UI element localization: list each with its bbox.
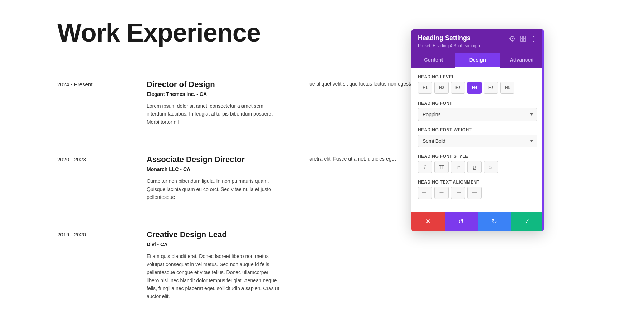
- heading-level-h2[interactable]: H2: [434, 82, 449, 94]
- panel-header: Heading Settings Preset: Heading 4 Subhe…: [411, 29, 544, 53]
- heading-font-weight-label: Heading Font Weight: [418, 127, 537, 132]
- job-company-0: Elegant Themes Inc. - CA: [147, 91, 281, 97]
- heading-text-alignment-label: Heading Text Alignment: [418, 180, 537, 185]
- job-company-1: Monarch LLC - CA: [147, 166, 281, 172]
- svg-rect-6: [521, 36, 523, 38]
- tab-content[interactable]: Content: [411, 53, 455, 68]
- svg-rect-7: [523, 36, 526, 38]
- experience-row-2: 2019 - 2020 Creative Design Lead Divi - …: [57, 219, 444, 318]
- heading-font-style-group: Heading Font Style I TT TT U S: [418, 154, 537, 173]
- svg-rect-8: [521, 39, 523, 41]
- job-desc-right-2: [295, 230, 444, 300]
- tab-advanced[interactable]: Advanced: [500, 53, 544, 68]
- job-title-0: Director of Design: [147, 80, 281, 89]
- heading-level-label: Heading Level: [418, 74, 537, 79]
- heading-level-h1[interactable]: H1: [418, 82, 432, 94]
- heading-font-group: Heading Font Poppins Roboto Open Sans La…: [418, 101, 537, 121]
- year-2020: 2020 - 2023: [57, 155, 147, 201]
- panel-more-icon[interactable]: ⋮: [530, 35, 537, 42]
- heading-level-row: H1 H2 H3 H4 H5 H6: [418, 82, 537, 94]
- tt-small-button[interactable]: TT: [451, 161, 465, 173]
- svg-rect-9: [523, 39, 526, 41]
- page-title: Work Experience: [57, 18, 444, 47]
- experience-row: 2024 - Present Director of Design Elegan…: [57, 69, 444, 144]
- job-desc-left-1: Curabitur non bibendum ligula. In non pu…: [147, 177, 281, 201]
- job-col-1: Associate Design Director Monarch LLC - …: [147, 155, 295, 201]
- job-company-2: Divi - CA: [147, 241, 281, 247]
- cancel-button[interactable]: ✕: [411, 212, 445, 231]
- heading-level-h5[interactable]: H5: [484, 82, 498, 94]
- job-col-0: Director of Design Elegant Themes Inc. -…: [147, 80, 295, 126]
- panel-target-icon[interactable]: [509, 35, 516, 42]
- svg-point-1: [512, 38, 513, 39]
- align-right-button[interactable]: [451, 187, 465, 199]
- heading-level-h4[interactable]: H4: [467, 82, 482, 94]
- heading-level-group: Heading Level H1 H2 H3 H4 H5 H6: [418, 74, 537, 94]
- heading-font-style-label: Heading Font Style: [418, 154, 537, 159]
- year-2019: 2019 - 2020: [57, 230, 147, 300]
- align-left-button[interactable]: [418, 187, 432, 199]
- job-title-2: Creative Design Lead: [147, 230, 281, 239]
- panel-preset-text: Preset: Heading 4 Subheading: [418, 43, 476, 48]
- heading-text-alignment-group: Heading Text Alignment: [418, 180, 537, 199]
- panel-scrollbar-accent: [542, 29, 544, 231]
- panel-footer: ✕ ↺ ↻ ✓: [411, 212, 544, 231]
- heading-font-label: Heading Font: [418, 101, 537, 106]
- panel-preset-arrow-icon: ▼: [478, 44, 481, 48]
- experience-section: 2024 - Present Director of Design Elegan…: [57, 69, 444, 318]
- redo-button[interactable]: ↻: [478, 212, 511, 231]
- heading-level-h6[interactable]: H6: [500, 82, 514, 94]
- align-justify-button[interactable]: [467, 187, 482, 199]
- heading-settings-panel: Heading Settings Preset: Heading 4 Subhe…: [411, 29, 544, 231]
- strikethrough-button[interactable]: S: [484, 161, 498, 173]
- tt-button[interactable]: TT: [434, 161, 449, 173]
- italic-button[interactable]: I: [418, 161, 432, 173]
- heading-font-weight-select[interactable]: Thin Light Regular Semi Bold Bold Extra …: [418, 135, 537, 147]
- panel-tabs: Content Design Advanced: [411, 53, 544, 68]
- job-desc-left-0: Lorem ipsum dolor sit amet, consectetur …: [147, 102, 281, 126]
- panel-title: Heading Settings: [418, 34, 481, 42]
- year-2024: 2024 - Present: [57, 80, 147, 126]
- align-center-button[interactable]: [434, 187, 449, 199]
- panel-header-icons: ⋮: [509, 35, 537, 42]
- heading-level-h3[interactable]: H3: [451, 82, 465, 94]
- job-title-1: Associate Design Director: [147, 155, 281, 164]
- svg-text:I: I: [424, 165, 426, 170]
- panel-body: Heading Level H1 H2 H3 H4 H5 H6 Heading …: [411, 68, 544, 212]
- job-col-2: Creative Design Lead Divi - CA Etiam qui…: [147, 230, 295, 300]
- tab-design[interactable]: Design: [455, 53, 499, 68]
- panel-grid-icon[interactable]: [519, 35, 527, 42]
- underline-button[interactable]: U: [467, 161, 482, 173]
- experience-row-1: 2020 - 2023 Associate Design Director Mo…: [57, 144, 444, 219]
- font-style-buttons: I TT TT U S: [418, 161, 537, 173]
- reset-button[interactable]: ↺: [445, 212, 478, 231]
- alignment-buttons: [418, 187, 537, 199]
- heading-font-weight-group: Heading Font Weight Thin Light Regular S…: [418, 127, 537, 147]
- panel-preset[interactable]: Preset: Heading 4 Subheading ▼: [418, 43, 481, 48]
- heading-font-select[interactable]: Poppins Roboto Open Sans Lato Montserrat: [418, 108, 537, 121]
- confirm-button[interactable]: ✓: [511, 212, 544, 231]
- job-desc-left-2: Etiam quis blandit erat. Donec laoreet l…: [147, 252, 281, 300]
